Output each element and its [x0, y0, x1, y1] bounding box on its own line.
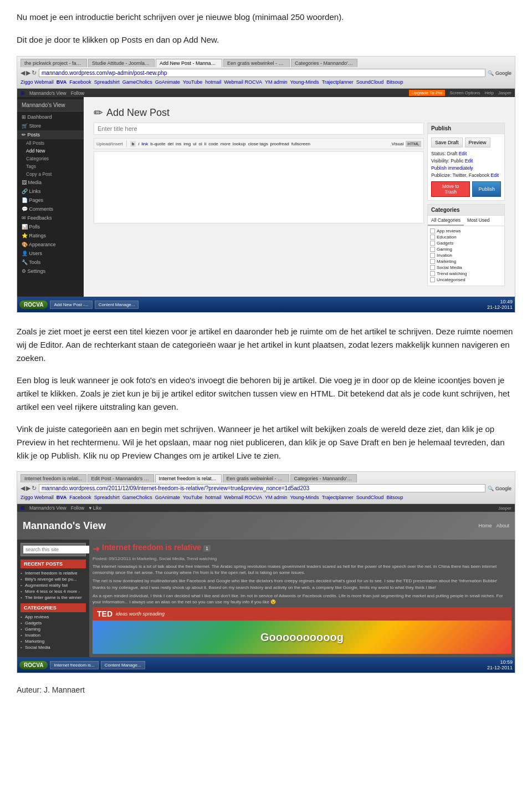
- blog-search-input[interactable]: [23, 546, 90, 553]
- blog-cat-invation[interactable]: Invation: [21, 633, 86, 638]
- wp-site-name[interactable]: Mannando's View: [29, 90, 66, 96]
- toolbar-visual[interactable]: Visual: [392, 141, 404, 146]
- taskbar-btn-addnew[interactable]: Add New Post -...: [50, 301, 92, 309]
- blog-cat-gadgets[interactable]: Gadgets: [21, 621, 86, 626]
- search-box-1[interactable]: 🔍 Google: [488, 70, 511, 76]
- start-button-1[interactable]: ROCVA: [19, 301, 48, 309]
- tab-categories[interactable]: Categories - Mannando's View...: [291, 59, 357, 67]
- sidebar-settings[interactable]: ⚙ Settings: [17, 267, 84, 276]
- sidebar-store[interactable]: 🛒 Store: [17, 121, 84, 130]
- back-icon-2[interactable]: ◀: [21, 485, 25, 492]
- cat-checkbox-gadgets[interactable]: [430, 241, 435, 246]
- address-bar-1[interactable]: mannando.wordpress.com/wp-admin/post-new…: [39, 69, 485, 77]
- bm2-ymadmin[interactable]: YM admin: [265, 495, 288, 500]
- bm2-bva[interactable]: BVA: [57, 495, 66, 500]
- bm2-bitsoup[interactable]: Bitsoup: [386, 495, 403, 500]
- bm2-webmail[interactable]: Webmail ROCVA: [224, 495, 262, 500]
- tab-addnew[interactable]: Add New Post - Mannando's View...: [156, 59, 222, 67]
- bm-webmail[interactable]: Webmail ROCVA: [224, 79, 262, 85]
- cat-checkbox-gaming[interactable]: [430, 247, 435, 252]
- sidebar-all-posts[interactable]: All Posts: [17, 139, 84, 147]
- toolbar-b[interactable]: b: [130, 141, 136, 147]
- sidebar-categories[interactable]: Categories: [17, 155, 84, 162]
- toolbar-i[interactable]: i: [138, 141, 139, 146]
- cat-checkbox-social[interactable]: [430, 265, 435, 270]
- bm-ziggo[interactable]: Ziggo Webmail: [21, 79, 54, 85]
- sidebar-polls[interactable]: 📊 Polls: [17, 222, 84, 231]
- recent-post-4[interactable]: More 4 less or less 4 more -: [21, 589, 86, 594]
- bm2-traj[interactable]: Trajectplanner: [322, 495, 354, 500]
- blog-cat-gaming[interactable]: Gaming: [21, 627, 86, 632]
- cat-checkbox-uncategorised[interactable]: [430, 277, 435, 282]
- tab2-preview[interactable]: Internet freedom is relative - M...: [155, 474, 222, 482]
- bm2-facebook[interactable]: Facebook: [69, 495, 91, 500]
- bm-goanimate[interactable]: GoAnimate: [155, 79, 180, 85]
- sidebar-copy-post[interactable]: Copy a Post: [17, 170, 84, 178]
- publish-immediately-link[interactable]: Publish immediately: [431, 165, 473, 171]
- cat-checkbox-appreviews[interactable]: [430, 228, 435, 233]
- toolbar-ul[interactable]: ul: [193, 141, 196, 146]
- toolbar-bquote[interactable]: b-quote: [150, 141, 165, 146]
- cat-checkbox-education[interactable]: [430, 235, 435, 240]
- bm-spreadshirt[interactable]: Spreadshirt: [94, 79, 120, 85]
- refresh-icon[interactable]: ↻: [32, 69, 37, 77]
- taskbar-btn-content[interactable]: Content Manage...: [95, 301, 139, 309]
- bm2-goanimate[interactable]: GoAnimate: [155, 495, 180, 500]
- blog-cat-appreviews[interactable]: App reviews: [21, 614, 86, 619]
- sidebar-tools[interactable]: 🔧 Tools: [17, 258, 84, 267]
- bm2-spreadshirt[interactable]: Spreadshirt: [94, 495, 120, 500]
- bm2-hotmail[interactable]: hotmail: [205, 495, 221, 500]
- bm2-ziggo[interactable]: Ziggo Webmail: [21, 495, 54, 500]
- toolbar-more[interactable]: more: [221, 141, 231, 146]
- tab2-cats[interactable]: Categories - Mannando's View o...: [290, 474, 357, 482]
- upgrade-btn[interactable]: Upgrade To Pro: [409, 90, 446, 96]
- wp-follow-btn[interactable]: Follow: [71, 90, 85, 96]
- bm-gamecholics[interactable]: GameCholics: [122, 79, 152, 85]
- toolbar-li[interactable]: li: [204, 141, 207, 146]
- tab-gratis[interactable]: Een gratis webwinkel - Nieuws...: [223, 59, 290, 67]
- wp-editor-body[interactable]: [94, 151, 424, 223]
- toolbar-ins[interactable]: ins: [176, 141, 181, 146]
- upload-insert-label[interactable]: Upload/Insert: [96, 141, 123, 146]
- blog-cat-social[interactable]: Social Media: [21, 645, 86, 650]
- sidebar-tags[interactable]: Tags: [17, 162, 84, 170]
- back-icon[interactable]: ◀: [21, 69, 25, 77]
- bm-traj[interactable]: Trajectplanner: [322, 79, 354, 85]
- help-btn[interactable]: Help: [485, 90, 494, 95]
- toolbar-del[interactable]: del: [167, 141, 173, 146]
- sidebar-comments[interactable]: 💬 Comments: [17, 205, 84, 213]
- toolbar-lookup[interactable]: lookup: [233, 141, 246, 146]
- toolbar-proofread[interactable]: proofread: [270, 141, 289, 146]
- toolbar-ol[interactable]: ol: [198, 141, 202, 146]
- recent-post-5[interactable]: The linter game is the winner: [21, 595, 86, 600]
- toolbar-html[interactable]: HTML: [406, 141, 421, 147]
- blog-nav-about[interactable]: About: [496, 523, 509, 528]
- bm-hotmail[interactable]: hotmail: [205, 79, 221, 85]
- wp-like-btn[interactable]: ♥ Like: [89, 505, 101, 511]
- recent-post-1[interactable]: Internet freedom is relative: [21, 571, 86, 576]
- save-draft-button[interactable]: Save Draft: [431, 138, 463, 148]
- toolbar-closetags[interactable]: close tags: [248, 141, 268, 146]
- blog-cat-marketing[interactable]: Marketing: [21, 639, 86, 644]
- taskbar2-btn-freedom[interactable]: Internet freedom is...: [50, 661, 98, 669]
- bm-soundcloud[interactable]: SoundCloud: [356, 79, 384, 85]
- tab2-freedom[interactable]: Internet freedom is relati...: [21, 474, 86, 482]
- bm-youtube[interactable]: YouTube: [183, 79, 202, 85]
- forward-icon-2[interactable]: ▶: [26, 485, 30, 492]
- bm2-youtube[interactable]: YouTube: [183, 495, 202, 500]
- post-title-input[interactable]: [94, 123, 424, 135]
- toolbar-fullscreen[interactable]: fullscreen: [291, 141, 310, 146]
- visibility-edit-link[interactable]: Edit: [465, 158, 473, 164]
- cat-checkbox-marketing[interactable]: [430, 259, 435, 264]
- toolbar-img[interactable]: img: [183, 141, 191, 146]
- status-edit-link[interactable]: Edit: [459, 151, 467, 156]
- recent-post-2[interactable]: Billy's revenge will be pu...: [21, 577, 86, 582]
- screen-options[interactable]: Screen Options: [449, 90, 480, 95]
- sidebar-pages[interactable]: 📄 Pages: [17, 196, 84, 205]
- move-to-trash-button[interactable]: Move to Trash: [431, 181, 470, 197]
- sidebar-appearance[interactable]: 🎨 Appearance: [17, 240, 84, 249]
- start-button-2[interactable]: ROCVA: [19, 661, 48, 669]
- sidebar-posts[interactable]: ✏ Posts: [17, 130, 84, 139]
- sidebar-feedbacks[interactable]: ✉ Feedbacks: [17, 213, 84, 222]
- sidebar-ratings[interactable]: ⭐ Ratings: [17, 231, 84, 240]
